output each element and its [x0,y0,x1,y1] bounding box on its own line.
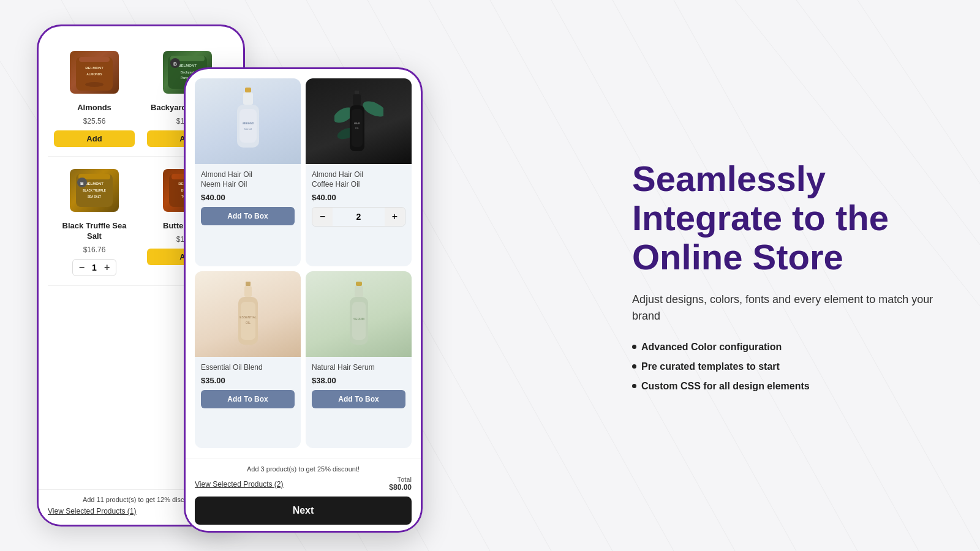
svg-text:B: B [80,181,84,186]
svg-text:BELMONT: BELMONT [178,64,197,67]
truffle-price: $16.76 [83,246,106,254]
svg-text:SERUM: SERUM [353,317,364,321]
subtitle-text: Adjust designs, colors, fonts and every … [632,291,949,324]
back-view-selected[interactable]: View Selected Products (1) [48,507,137,515]
almonds-name: Almonds [77,103,111,113]
svg-text:ESSENTIAL: ESSENTIAL [239,315,257,319]
front-product-card-4: SERUM Natural Hair Serum $38.00 Add To B… [306,271,412,448]
feature-dot-3 [632,384,636,388]
truffle-image: BELMONT BLACK TRUFFLE SEA SALT B [64,166,125,215]
feature-item-1: Advanced Color configuration [632,342,949,353]
svg-rect-61 [355,286,363,297]
almonds-add-button[interactable]: Add [54,130,135,147]
almonds-can: BELMONT ALMONDS [70,51,119,94]
svg-text:B: B [173,61,177,67]
front-add-to-box-1[interactable]: Add To Box [201,207,295,225]
front-product-info-1: Almond Hair Oil Neem Hair Oil $40.00 Add… [195,164,301,231]
front-product-price-2: $40.00 [312,193,405,202]
phone-front: almond hair oil Almond Hair Oil Neem Hai… [184,67,423,533]
almonds-price: $25.56 [83,117,106,126]
next-button[interactable]: Next [195,497,412,525]
front-total-label: Total [389,476,412,483]
svg-rect-63 [352,302,366,340]
feature-item-3: Custom CSS for all design elements [632,381,949,392]
svg-text:hair oil: hair oil [244,127,252,130]
front-product-info-4: Natural Hair Serum $38.00 Add To Box [306,357,412,415]
front-discount-text: Add 3 product(s) to get 25% discount! [195,465,412,473]
right-section: Seamlessly Integrate to the Online Store… [608,0,980,551]
front-product-price-1: $40.00 [201,193,295,202]
front-add-to-box-4[interactable]: Add To Box [312,390,405,408]
svg-text:HAIR: HAIR [354,122,360,125]
feature-dot-1 [632,345,636,349]
svg-text:OIL: OIL [355,127,359,130]
front-qty-increase-2[interactable]: + [385,208,405,226]
product-card-almonds: BELMONT ALMONDS Almonds $25.56 Add [48,39,141,157]
front-product-img-1: almond hair oil [195,78,301,164]
svg-text:SEA SALT: SEA SALT [88,195,101,198]
svg-rect-39 [245,88,251,92]
svg-text:BELMONT: BELMONT [85,182,104,186]
front-product-name-4: Natural Hair Serum [312,363,405,373]
front-product-card-1: almond hair oil Almond Hair Oil Neem Hai… [195,78,301,266]
svg-text:BLACK TRUFFLE: BLACK TRUFFLE [83,189,106,192]
front-product-name-1: Almond Hair Oil Neem Hair Oil [201,170,295,189]
feature-list: Advanced Color configuration Pre curated… [632,342,949,392]
front-product-price-3: $35.00 [201,376,295,385]
svg-text:almond: almond [243,121,254,125]
front-qty-value-2: 2 [333,208,384,225]
front-qty-decrease-2[interactable]: − [312,208,333,226]
front-qty-control-2: − 2 + [312,207,405,227]
feature-item-2: Pre curated templates to start [632,361,949,372]
truffle-name: Black Truffle Sea Salt [54,221,135,242]
front-product-name-3: Essential Oil Blend [201,363,295,373]
front-product-name-2: Almond Hair Oil Coffee Hair Oil [312,170,405,189]
almonds-image: BELMONT ALMONDS [64,48,125,97]
front-total: Total $80.00 [389,476,412,492]
front-product-card-3: ESSENTIAL OIL Essential Oil Blend $35.00… [195,271,301,448]
front-product-grid: almond hair oil Almond Hair Oil Neem Hai… [186,69,421,457]
product-card-truffle: BELMONT BLACK TRUFFLE SEA SALT B Black T… [48,157,141,286]
front-view-selected[interactable]: View Selected Products (2) [195,480,284,489]
front-product-img-4: SERUM [306,271,412,357]
svg-rect-42 [239,109,257,143]
truffle-qty-value: 1 [92,263,97,272]
front-product-card-2: HAIR OIL Almond Hair Oil Coffee Hair Oil… [306,78,412,266]
truffle-qty-decrease[interactable]: − [79,262,85,273]
front-product-img-3: ESSENTIAL OIL [195,271,301,357]
svg-rect-48 [355,91,359,94]
svg-text:OIL: OIL [245,321,250,324]
front-total-row: View Selected Products (2) Total $80.00 [195,476,412,492]
svg-rect-16 [79,57,110,62]
svg-rect-40 [243,92,253,105]
main-headline: Seamlessly Integrate to the Online Store [632,159,949,276]
front-product-info-2: Almond Hair Oil Coffee Hair Oil $40.00 −… [306,164,412,233]
phones-section: BELMONT ALMONDS Almonds $25.56 Add [0,0,608,551]
front-product-img-2: HAIR OIL [306,78,412,164]
front-add-to-box-3[interactable]: Add To Box [201,390,295,408]
svg-rect-55 [244,286,252,297]
svg-rect-54 [246,282,251,286]
front-total-amount: $80.00 [389,483,412,492]
truffle-can: BELMONT BLACK TRUFFLE SEA SALT B [70,169,119,212]
svg-text:BELMONT: BELMONT [85,66,104,70]
front-product-price-4: $38.00 [312,376,405,385]
truffle-qty-control: − 1 + [72,259,116,276]
truffle-qty-increase[interactable]: + [104,262,110,273]
front-phone-footer: Add 3 product(s) to get 25% discount! Vi… [186,459,421,531]
svg-rect-49 [353,94,361,105]
svg-rect-60 [356,282,362,286]
front-product-info-3: Essential Oil Blend $35.00 Add To Box [195,357,301,415]
feature-dot-2 [632,364,636,369]
svg-point-19 [85,82,104,87]
svg-text:ALMONDS: ALMONDS [86,72,102,76]
